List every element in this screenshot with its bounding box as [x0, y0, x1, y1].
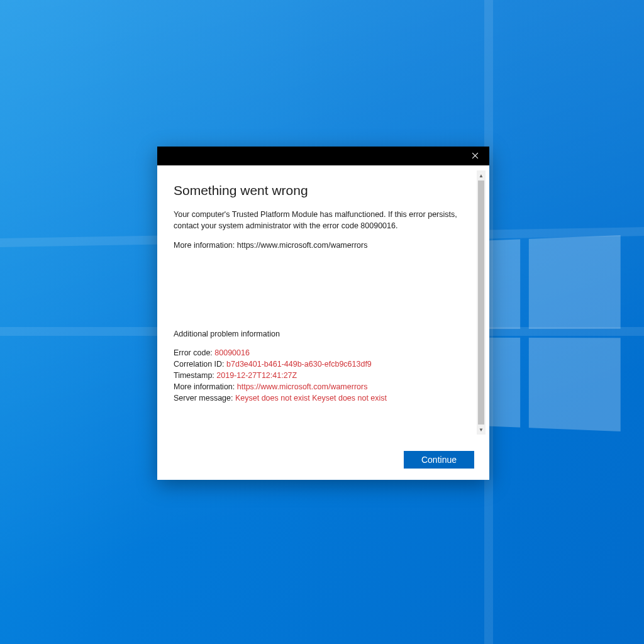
more-info-label: More information: — [174, 382, 237, 391]
more-info-row: More information: https://www.microsoft.… — [174, 381, 473, 392]
dialog-title: Something went wrong — [174, 183, 473, 198]
correlation-id-row: Correlation ID: b7d3e401-b461-449b-a630-… — [174, 358, 473, 370]
continue-button[interactable]: Continue — [404, 451, 474, 469]
timestamp-row: Timestamp: 2019-12-27T12:41:27Z — [174, 370, 473, 381]
server-message-value: Keyset does not exist Keyset does not ex… — [235, 394, 387, 402]
message-line-1: Your computer's Trusted Platform Module … — [174, 209, 458, 231]
more-info-value: https://www.microsoft.com/wamerrors — [237, 382, 368, 391]
correlation-id-label: Correlation ID: — [174, 360, 226, 369]
error-code-row: Error code: 80090016 — [174, 347, 473, 358]
error-dialog: ▲ ▼ Something went wrong Your computer's… — [157, 147, 489, 480]
server-message-label: Server message: — [174, 394, 235, 402]
dialog-message: Your computer's Trusted Platform Module … — [174, 209, 473, 252]
error-code-label: Error code: — [174, 348, 214, 357]
additional-info-heading: Additional problem information — [174, 330, 473, 338]
scroll-down-icon[interactable]: ▼ — [477, 425, 486, 435]
scroll-up-icon[interactable]: ▲ — [477, 170, 486, 180]
dialog-titlebar — [157, 147, 489, 165]
dialog-body: ▲ ▼ Something went wrong Your computer's… — [157, 165, 489, 480]
message-line-2: More information: https://www.microsoft.… — [174, 240, 458, 252]
server-message-row: Server message: Keyset does not exist Ke… — [174, 392, 473, 404]
close-icon — [472, 150, 479, 162]
timestamp-label: Timestamp: — [174, 371, 216, 380]
scroll-thumb[interactable] — [478, 180, 484, 425]
close-button[interactable] — [460, 147, 489, 165]
vertical-scrollbar[interactable]: ▲ ▼ — [477, 170, 486, 435]
additional-info-list: Error code: 80090016 Correlation ID: b7d… — [174, 347, 473, 404]
correlation-id-value: b7d3e401-b461-449b-a630-efcb9c613df9 — [226, 360, 372, 369]
error-code-value: 80090016 — [214, 348, 250, 357]
timestamp-value: 2019-12-27T12:41:27Z — [216, 371, 297, 380]
dialog-footer: Continue — [404, 451, 474, 469]
